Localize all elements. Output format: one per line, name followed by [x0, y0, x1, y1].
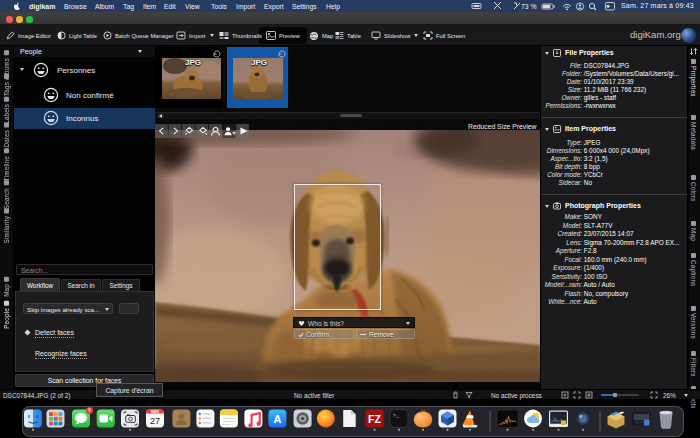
svg-text:A: A: [273, 413, 281, 425]
svg-text:>_: >_: [393, 412, 399, 418]
svg-text:27: 27: [150, 416, 160, 426]
svg-text:FZ: FZ: [368, 413, 381, 425]
svg-text:MARS: MARS: [151, 410, 159, 414]
